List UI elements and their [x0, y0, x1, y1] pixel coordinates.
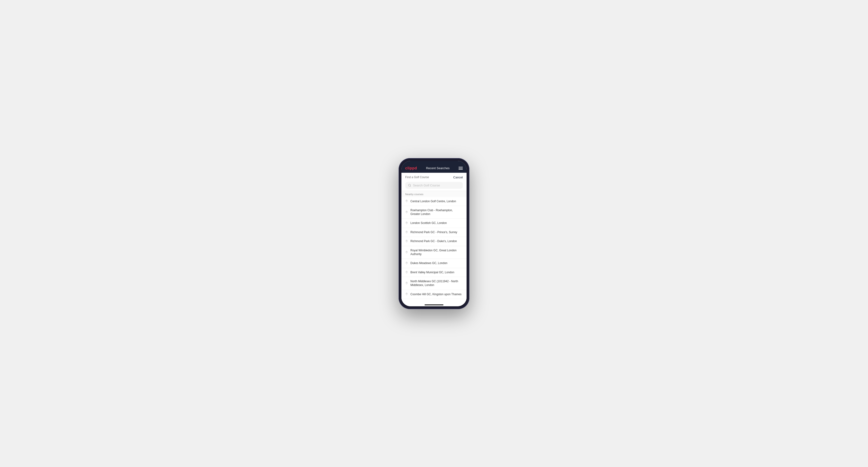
top-nav: clippd Recent Searches	[401, 164, 467, 173]
course-list-item[interactable]: Coombe Hill GC, Kingston upon Thames	[401, 290, 467, 299]
search-icon	[408, 184, 411, 187]
pin-icon	[405, 240, 408, 243]
pin-icon	[405, 292, 408, 296]
pin-icon	[405, 231, 408, 234]
find-header: Find a Golf Course Cancel	[401, 173, 467, 181]
nearby-courses-label: Nearby courses	[401, 191, 467, 197]
course-list-item[interactable]: Dukes Meadows GC, London	[401, 259, 467, 268]
nav-title: Recent Searches	[426, 166, 450, 170]
svg-point-9	[406, 272, 407, 272]
phone-screen: clippd Recent Searches Find a Golf Cours…	[401, 161, 467, 306]
hamburger-menu-icon[interactable]	[459, 167, 463, 170]
svg-point-6	[406, 241, 407, 241]
course-list-item[interactable]: Royal Wimbledon GC, Great London Authori…	[401, 246, 467, 259]
svg-line-1	[410, 186, 411, 186]
course-name: Roehampton Club - Roehampton, Greater Lo…	[410, 209, 463, 216]
find-title: Find a Golf Course	[405, 176, 429, 179]
course-name: North Middlesex GC (1011942 - North Midd…	[410, 280, 463, 287]
course-list-item[interactable]: Richmond Park GC - Prince's, Surrey	[401, 228, 467, 237]
phone-frame: clippd Recent Searches Find a Golf Cours…	[399, 158, 469, 309]
svg-point-2	[406, 200, 407, 201]
cancel-button[interactable]: Cancel	[453, 176, 463, 179]
course-name: Coombe Hill GC, Kingston upon Thames	[410, 292, 462, 297]
course-list-item[interactable]: Roehampton Club - Roehampton, Greater Lo…	[401, 206, 467, 219]
pin-icon	[405, 271, 408, 274]
course-name: Royal Wimbledon GC, Great London Authori…	[410, 249, 463, 256]
pin-icon	[405, 282, 408, 285]
course-list-item[interactable]: Brent Valley Municipal GC, London	[401, 268, 467, 277]
svg-point-10	[406, 282, 407, 283]
pin-icon	[405, 262, 408, 265]
course-list-item[interactable]: Richmond Park GC - Duke's, London	[401, 237, 467, 246]
pin-icon	[405, 199, 408, 203]
status-bar	[401, 161, 467, 164]
search-input[interactable]	[413, 184, 460, 187]
course-name: Central London Golf Centre, London	[410, 199, 456, 204]
svg-point-3	[406, 212, 407, 212]
search-container	[401, 181, 467, 191]
content-area: Find a Golf Course Cancel Nearby courses	[401, 173, 467, 303]
course-name: Brent Valley Municipal GC, London	[410, 271, 454, 275]
pin-icon	[405, 211, 408, 214]
course-name: Dukes Meadows GC, London	[410, 261, 447, 265]
course-name: Richmond Park GC - Prince's, Surrey	[410, 230, 457, 234]
svg-point-11	[406, 293, 407, 294]
home-indicator	[401, 303, 467, 306]
app-logo: clippd	[405, 166, 417, 170]
svg-point-8	[406, 262, 407, 263]
svg-point-7	[406, 252, 407, 252]
home-bar	[425, 304, 443, 305]
search-box	[405, 182, 463, 189]
pin-icon	[405, 222, 408, 225]
course-name: London Scottish GC, London	[410, 221, 447, 225]
svg-point-5	[406, 231, 407, 232]
course-list-item[interactable]: Central London Golf Centre, London	[401, 197, 467, 206]
pin-icon	[405, 251, 408, 254]
svg-point-4	[406, 222, 407, 223]
course-name: Richmond Park GC - Duke's, London	[410, 240, 457, 243]
course-list-item[interactable]: London Scottish GC, London	[401, 219, 467, 228]
course-list: Central London Golf Centre, London Roeha…	[401, 197, 467, 303]
course-list-item[interactable]: North Middlesex GC (1011942 - North Midd…	[401, 277, 467, 290]
